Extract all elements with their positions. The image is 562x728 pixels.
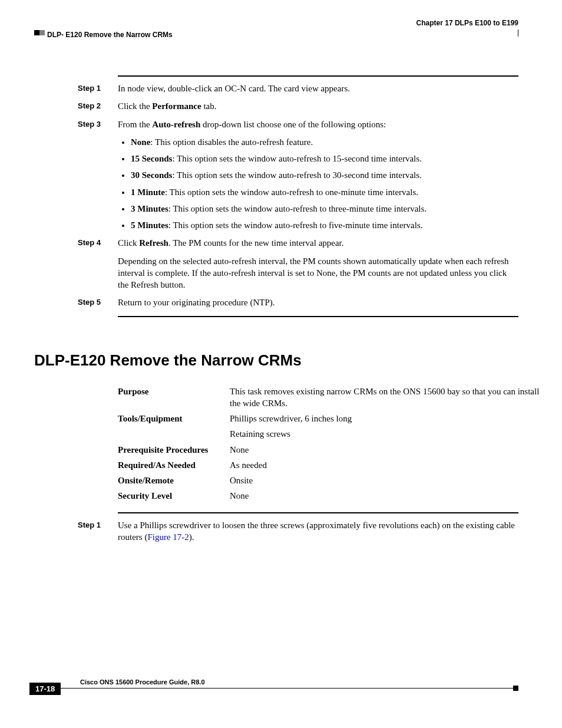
header-right-rule	[518, 29, 518, 37]
table-row: PurposeThis task removes existing narrow…	[118, 384, 558, 411]
step-text: In node view, double-click an OC-N card.…	[118, 84, 350, 93]
info-label: Prerequisite Procedures	[118, 442, 230, 457]
footer-rule	[34, 688, 518, 689]
step-text: Click the	[118, 101, 152, 111]
step-row: Step 1 Use a Phillips screwdriver to loo…	[78, 519, 518, 543]
footer-marker	[513, 686, 518, 691]
step-body: Return to your originating procedure (NT…	[118, 297, 518, 308]
rule-procB-top	[118, 512, 518, 513]
bullet-item: 5 Minutes: This option sets the window a…	[131, 219, 518, 231]
info-table: PurposeThis task removes existing narrow…	[118, 384, 558, 504]
info-value: None	[230, 488, 558, 503]
step-row: Step 5 Return to your originating proced…	[78, 297, 518, 308]
info-value: Onsite	[230, 473, 558, 488]
step-text: From the	[118, 120, 152, 129]
step-text: drop-down list choose one of the followi…	[200, 120, 386, 129]
step-text: Depending on the selected auto-refresh i…	[118, 256, 509, 290]
bullet-bold: 15 Seconds	[131, 154, 172, 163]
bullet-bold: None	[131, 137, 150, 147]
step-body: Use a Phillips screwdriver to loosen the…	[118, 519, 518, 543]
bullet-item: 30 Seconds: This option sets the window …	[131, 169, 518, 181]
step-body: From the Auto-refresh drop-down list cho…	[118, 118, 518, 232]
step-label: Step 1	[78, 83, 118, 93]
info-label: Tools/Equipment	[118, 411, 230, 426]
bullet-rest: : This option disables the auto-refresh …	[150, 137, 313, 147]
bullet-bold: 3 Minutes	[131, 204, 168, 213]
step-row: Step 4 Click Refresh. The PM counts for …	[78, 237, 518, 291]
bullet-bold: 5 Minutes	[131, 220, 168, 230]
step-text: . The PM counts for the new time interva…	[168, 238, 344, 248]
table-row: Onsite/RemoteOnsite	[118, 473, 558, 488]
info-value: Phillips screwdriver, 6 inches long	[230, 411, 558, 426]
table-row: Required/As NeededAs needed	[118, 457, 558, 473]
bullet-rest: : This option sets the window auto-refre…	[172, 170, 421, 180]
step-body: Click the Performance tab.	[118, 100, 518, 112]
bullet-bold: 1 Minute	[131, 187, 165, 197]
bullet-rest: : This option sets the window auto-refre…	[168, 204, 427, 213]
info-value: None	[230, 442, 558, 457]
step-label: Step 1	[78, 519, 118, 529]
header-chapter: Chapter 17 DLPs E100 to E199	[34, 19, 518, 27]
figure-xref[interactable]: Figure 17-2	[147, 532, 189, 542]
step-label: Step 3	[78, 118, 118, 129]
bullet-rest: : This option sets the window auto-refre…	[172, 154, 421, 163]
step-label: Step 4	[78, 237, 118, 247]
bullet-item: 15 Seconds: This option sets the window …	[131, 153, 518, 164]
footer-doc-title: Cisco ONS 15600 Procedure Guide, R8.0	[80, 678, 518, 686]
info-label: Purpose	[118, 384, 230, 411]
bullet-item: 1 Minute: This option sets the window au…	[131, 186, 518, 198]
step-bold: Performance	[152, 101, 201, 111]
table-row: Security LevelNone	[118, 488, 558, 503]
header-section-title: DLP- E120 Remove the Narrow CRMs	[47, 31, 518, 39]
bullet-item: 3 Minutes: This option sets the window a…	[131, 203, 518, 215]
step-row: Step 2 Click the Performance tab.	[78, 100, 518, 112]
step-bold: Auto-refresh	[152, 120, 200, 129]
footer-page-number: 17-18	[29, 683, 61, 695]
info-label: Required/As Needed	[118, 457, 230, 473]
step-body: In node view, double-click an OC-N card.…	[118, 83, 518, 94]
step-text: ).	[189, 532, 194, 542]
info-label: Security Level	[118, 488, 230, 503]
step-text: tab.	[201, 101, 217, 111]
bullet-bold: 30 Seconds	[131, 170, 172, 180]
table-row: Tools/EquipmentPhillips screwdriver, 6 i…	[118, 411, 558, 426]
step-label: Step 2	[78, 100, 118, 110]
info-value: As needed	[230, 457, 558, 473]
info-label	[118, 426, 230, 442]
info-label: Onsite/Remote	[118, 473, 230, 488]
table-row: Retaining screws	[118, 426, 558, 442]
step-label: Step 5	[78, 297, 118, 307]
step-bold: Refresh	[139, 238, 168, 248]
bullet-item: None: This option disables the auto-refr…	[131, 136, 518, 148]
info-value: This task removes existing narrow CRMs o…	[230, 384, 558, 411]
rule-end-procA	[118, 316, 518, 317]
table-row: Prerequisite ProceduresNone	[118, 442, 558, 457]
step-bullets: None: This option disables the auto-refr…	[118, 136, 518, 232]
info-value: Retaining screws	[230, 426, 558, 442]
step-text: Return to your originating procedure (NT…	[118, 298, 275, 307]
section-heading: DLP-E120 Remove the Narrow CRMs	[34, 351, 518, 370]
header-section-marker	[34, 30, 45, 35]
step-row: Step 1 In node view, double-click an OC-…	[78, 83, 518, 94]
step-text: Click	[118, 238, 139, 248]
bullet-rest: : This option sets the window auto-refre…	[165, 187, 418, 197]
rule-top	[118, 75, 518, 77]
step-row: Step 3 From the Auto-refresh drop-down l…	[78, 118, 518, 232]
bullet-rest: : This option sets the window auto-refre…	[168, 220, 423, 230]
step-body: Click Refresh. The PM counts for the new…	[118, 237, 518, 291]
